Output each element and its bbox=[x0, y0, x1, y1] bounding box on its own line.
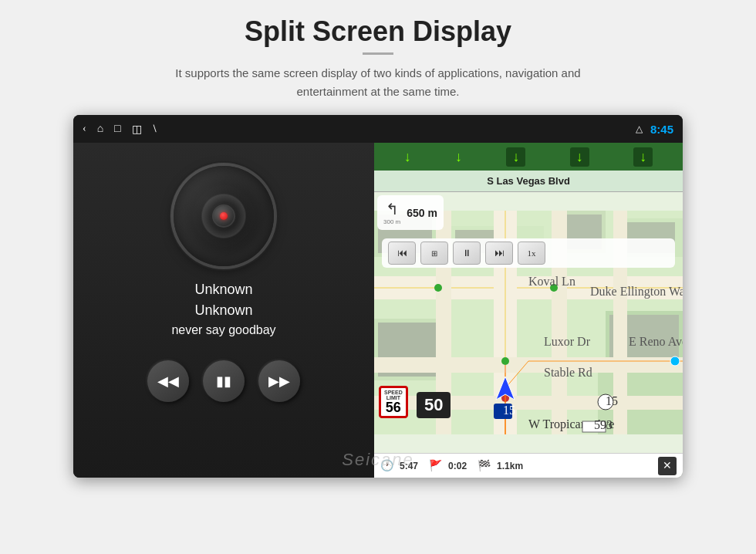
svg-text:Stable Rd: Stable Rd bbox=[544, 366, 592, 379]
svg-rect-18 bbox=[374, 357, 683, 373]
nav-eta-time: 0:02 bbox=[448, 461, 467, 471]
cd-center-dot bbox=[220, 212, 228, 220]
page-wrapper: Split Screen Display It supports the sam… bbox=[0, 0, 756, 554]
music-artist: Unknown bbox=[171, 302, 275, 319]
svg-text:15: 15 bbox=[606, 394, 618, 407]
cd-disc bbox=[174, 166, 274, 266]
window-icon[interactable]: □ bbox=[114, 123, 120, 135]
music-info: Unknown Unknown never say goodbay bbox=[171, 282, 275, 337]
road-name-text: S Las Vegas Blvd bbox=[487, 175, 570, 187]
music-title: Unknown bbox=[171, 282, 275, 298]
device-frame: ‹ ⌂ □ ◫ ⧵ △ 8:45 Unknown bbox=[73, 115, 683, 478]
status-bar: ‹ ⌂ □ ◫ ⧵ △ 8:45 bbox=[73, 115, 683, 143]
svg-point-25 bbox=[434, 284, 442, 292]
nav-arrow-3: ↓ bbox=[506, 147, 525, 167]
home-icon[interactable]: ⌂ bbox=[97, 123, 103, 135]
usb-icon[interactable]: ⧵ bbox=[153, 123, 157, 135]
nav-pause-button[interactable]: ⏸ bbox=[453, 242, 481, 265]
status-bar-left: ‹ ⌂ □ ◫ ⧵ bbox=[83, 123, 157, 136]
status-bar-right: △ 8:45 bbox=[636, 123, 673, 136]
nav-arrow-5: ↓ bbox=[633, 147, 653, 167]
nav-instruction: ↰ 300 m 650 m bbox=[377, 195, 444, 230]
nav-close-button[interactable]: ✕ bbox=[658, 457, 677, 475]
distance-icon: 🏁 bbox=[478, 459, 491, 472]
signal-icon: △ bbox=[636, 123, 643, 135]
nav-speed-button[interactable]: 1x bbox=[518, 242, 545, 265]
svg-point-23 bbox=[501, 357, 509, 365]
nav-time: 5:47 bbox=[400, 461, 418, 471]
prev-button[interactable]: ◀◀ bbox=[147, 360, 189, 402]
music-song: never say goodbay bbox=[171, 323, 275, 337]
speed-limit-sign: SPEEDLIMIT 56 bbox=[379, 386, 408, 418]
nav-direction-bar: ↓ ↓ ↓ ↓ ↓ bbox=[374, 143, 683, 171]
nav-road-name: S Las Vegas Blvd bbox=[374, 171, 683, 192]
nav-arrow-2: ↓ bbox=[455, 149, 462, 165]
route-icon: 🚩 bbox=[429, 459, 442, 472]
svg-text:Koval Ln: Koval Ln bbox=[528, 275, 575, 288]
svg-text:Duke Ellington Way: Duke Ellington Way bbox=[590, 285, 683, 299]
nav-panel: ↓ ↓ ↓ ↓ ↓ S Las Vegas Blvd bbox=[374, 143, 683, 478]
speed-limit-value: 56 bbox=[384, 400, 403, 414]
music-controls: ◀◀ ▮▮ ▶▶ bbox=[147, 360, 300, 402]
nav-distance: 1.1km bbox=[497, 461, 523, 471]
page-subtitle: It supports the same screen display of t… bbox=[154, 64, 602, 101]
svg-text:15: 15 bbox=[503, 404, 515, 417]
nav-prev-button[interactable]: ⏮ bbox=[388, 242, 416, 265]
speed-limit-label: SPEEDLIMIT bbox=[384, 390, 403, 400]
page-title: Split Screen Display bbox=[245, 15, 511, 48]
nav-chapters-button[interactable]: ⊞ bbox=[420, 242, 448, 265]
cd-center bbox=[212, 204, 235, 228]
gallery-icon[interactable]: ◫ bbox=[132, 123, 142, 136]
svg-text:593: 593 bbox=[594, 418, 613, 431]
nav-next-button[interactable]: ⏭ bbox=[485, 242, 513, 265]
clock: 8:45 bbox=[650, 123, 673, 136]
clock-icon: 🕐 bbox=[380, 459, 393, 472]
svg-text:E Reno Ave: E Reno Ave bbox=[629, 335, 683, 348]
nav-dist-main: 650 m bbox=[407, 207, 437, 219]
current-speed: 50 bbox=[417, 392, 451, 418]
nav-arrow-4: ↓ bbox=[570, 147, 589, 167]
next-button[interactable]: ▶▶ bbox=[258, 360, 300, 402]
pause-button[interactable]: ▮▮ bbox=[203, 360, 245, 402]
svg-text:Luxor Dr: Luxor Dr bbox=[544, 335, 591, 348]
map-area: Koval Ln Duke Ellington Way Luxor Dr Sta… bbox=[374, 192, 683, 453]
nav-bottom-bar: 🕐 5:47 🚩 0:02 🏁 1.1km ✕ bbox=[374, 453, 683, 478]
svg-point-28 bbox=[670, 356, 680, 366]
music-panel: Unknown Unknown never say goodbay ◀◀ ▮▮ … bbox=[73, 143, 374, 478]
nav-arrow-1: ↓ bbox=[404, 149, 411, 165]
split-content: Unknown Unknown never say goodbay ◀◀ ▮▮ … bbox=[73, 143, 683, 478]
nav-media-bar: ⏮ ⊞ ⏸ ⏭ 1x bbox=[382, 238, 675, 268]
back-icon[interactable]: ‹ bbox=[83, 123, 86, 135]
title-divider bbox=[363, 52, 393, 55]
